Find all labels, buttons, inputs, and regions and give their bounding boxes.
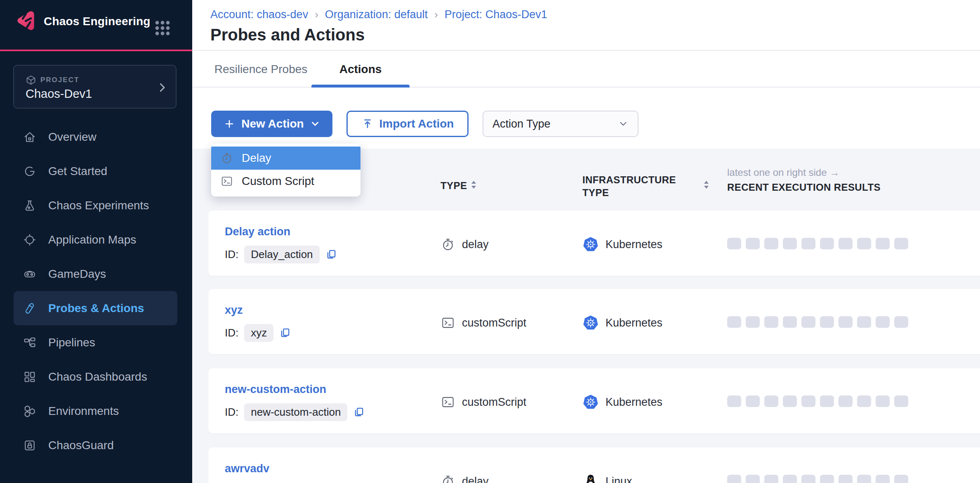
- action-id-value: new-custom-action: [244, 403, 347, 421]
- breadcrumb-link[interactable]: Organization: default: [325, 8, 428, 21]
- execution-result-placeholder: [820, 238, 834, 249]
- sidebar-item-label: ChaosGuard: [48, 439, 114, 452]
- copy-icon[interactable]: [325, 249, 337, 260]
- column-header-type: TYPE: [441, 180, 467, 192]
- sidebar-item-environments[interactable]: Environments: [14, 394, 177, 428]
- type-value: delay: [462, 475, 489, 483]
- type-value: customScript: [462, 396, 526, 409]
- execution-result-placeholder: [801, 475, 815, 483]
- terminal-icon: [441, 315, 455, 330]
- sidebar-item-get-started[interactable]: Get Started: [14, 154, 177, 188]
- execution-result-placeholder: [746, 395, 760, 407]
- import-action-button[interactable]: Import Action: [346, 111, 469, 137]
- sidebar-item-label: Get Started: [48, 165, 107, 178]
- infrastructure-cell: Kubernetes: [582, 393, 662, 411]
- flask-icon: [23, 199, 37, 213]
- copy-icon[interactable]: [279, 327, 291, 339]
- sidebar-item-label: Chaos Experiments: [48, 199, 149, 212]
- import-action-label: Import Action: [379, 117, 454, 130]
- action-id-value: Delay_action: [244, 246, 319, 263]
- execution-result-placeholder: [783, 238, 797, 249]
- sidebar-item-label: GameDays: [48, 268, 106, 281]
- sort-icon[interactable]: [471, 180, 476, 189]
- dropdown-item-custom-script[interactable]: Custom Script: [211, 170, 360, 193]
- action-name-link[interactable]: Delay action: [225, 225, 290, 238]
- project-selector[interactable]: PROJECT Chaos-Dev1: [13, 65, 177, 109]
- action-type-select[interactable]: Action Type: [483, 111, 638, 137]
- sidebar-item-overview[interactable]: Overview: [14, 120, 177, 154]
- type-cell: delay: [441, 472, 489, 483]
- execution-result-placeholder: [857, 475, 871, 483]
- action-name-link[interactable]: awrvadv: [225, 462, 269, 475]
- type-cell: delay: [441, 235, 489, 253]
- dropdown-item-delay[interactable]: Delay: [211, 147, 360, 170]
- sort-icon[interactable]: [704, 180, 709, 189]
- module-grid-icon[interactable]: [154, 20, 171, 36]
- sidebar-item-label: Environments: [48, 405, 119, 418]
- recent-execution-results: [727, 316, 908, 328]
- sidebar-item-pipelines[interactable]: Pipelines: [14, 325, 177, 360]
- sidebar-item-label: Chaos Dashboards: [48, 370, 147, 384]
- execution-result-placeholder: [801, 238, 815, 249]
- sidebar-item-application-maps[interactable]: Application Maps: [14, 223, 177, 257]
- copy-icon[interactable]: [353, 406, 365, 418]
- execution-result-placeholder: [764, 475, 778, 483]
- action-row: xyzID:xyzcustomScriptKubernetes: [208, 289, 980, 354]
- new-action-dropdown: DelayCustom Script: [211, 144, 360, 197]
- column-header-infrastructure: INFRASTRUCTURE TYPE: [582, 173, 676, 199]
- breadcrumb-link[interactable]: Account: chaos-dev: [210, 8, 308, 21]
- sidebar-item-gamedays[interactable]: GameDays: [14, 257, 177, 291]
- execution-result-placeholder: [764, 238, 778, 249]
- breadcrumb-separator: ›: [315, 8, 318, 21]
- recent-execution-results: [727, 395, 908, 407]
- page-header: Account: chaos-dev›Organization: default…: [192, 0, 980, 51]
- breadcrumb: Account: chaos-dev›Organization: default…: [210, 8, 547, 21]
- execution-result-placeholder: [801, 395, 815, 407]
- sidebar-item-chaos-dashboards[interactable]: Chaos Dashboards: [14, 360, 177, 394]
- infrastructure-cell: Kubernetes: [582, 235, 662, 253]
- action-name-link[interactable]: xyz: [225, 304, 243, 317]
- accent-divider: [0, 50, 192, 51]
- execution-result-placeholder: [894, 475, 908, 483]
- execution-result-placeholder: [839, 316, 853, 328]
- infrastructure-value: Kubernetes: [605, 396, 662, 409]
- stopwatch-icon: [220, 152, 233, 165]
- sidebar-header: Chaos Engineering: [0, 0, 192, 50]
- execution-result-placeholder: [801, 316, 815, 328]
- test-tube-icon: [23, 301, 37, 315]
- chaos-logo-icon[interactable]: [15, 9, 38, 32]
- execution-result-placeholder: [857, 316, 871, 328]
- type-value: delay: [462, 238, 489, 251]
- sidebar-item-chaosguard[interactable]: ChaosGuard: [14, 428, 177, 462]
- breadcrumb-link[interactable]: Project: Chaos-Dev1: [445, 8, 547, 21]
- column-header-results: RECENT EXECUTION RESULTS: [727, 182, 881, 193]
- sidebar-item-probes-actions[interactable]: Probes & Actions: [14, 291, 177, 325]
- execution-result-placeholder: [839, 395, 853, 407]
- cube-icon: [26, 75, 36, 85]
- execution-result-placeholder: [783, 316, 797, 328]
- sidebar-item-label: Probes & Actions: [48, 302, 144, 315]
- action-name-link[interactable]: new-custom-action: [225, 383, 326, 396]
- execution-result-placeholder: [876, 316, 890, 328]
- new-action-button[interactable]: New Action: [211, 111, 332, 137]
- execution-result-placeholder: [839, 238, 853, 249]
- dropdown-item-label: Custom Script: [242, 175, 314, 188]
- tab-resilience-probes[interactable]: Resilience Probes: [210, 52, 311, 87]
- sidebar-item-label: Overview: [48, 130, 97, 144]
- sidebar-nav: OverviewGet StartedChaos ExperimentsAppl…: [14, 120, 177, 462]
- execution-result-placeholder: [894, 395, 908, 407]
- kubernetes-icon: [582, 236, 599, 253]
- execution-result-placeholder: [820, 316, 834, 328]
- execution-result-placeholder: [876, 475, 890, 483]
- sidebar-item-chaos-experiments[interactable]: Chaos Experiments: [14, 188, 177, 223]
- execution-result-placeholder: [746, 475, 760, 483]
- stopwatch-icon: [441, 474, 455, 483]
- table-area: TYPE INFRASTRUCTURE TYPE latest one on r…: [192, 149, 980, 483]
- action-row: Delay actionID:Delay_actiondelayKubernet…: [208, 211, 980, 276]
- execution-result-placeholder: [727, 316, 741, 328]
- tab-actions[interactable]: Actions: [311, 52, 410, 87]
- kubernetes-icon: [582, 315, 599, 331]
- chevron-down-icon: [310, 118, 320, 129]
- breadcrumb-separator: ›: [434, 8, 438, 21]
- sidebar: Chaos Engineering PROJECT Chaos-Dev1: [0, 0, 192, 483]
